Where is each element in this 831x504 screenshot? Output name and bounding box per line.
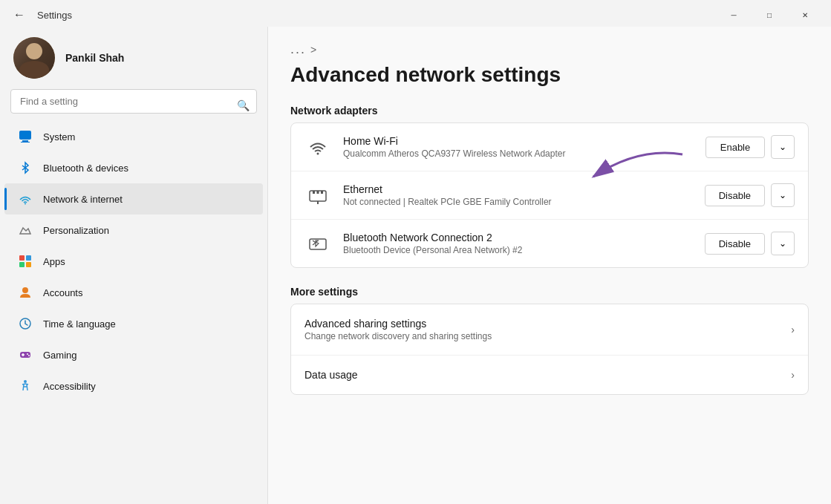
svg-rect-18	[313, 191, 315, 194]
svg-rect-2	[21, 142, 30, 143]
adapter-item-ethernet: Ethernet Not connected | Realtek PCIe GB…	[291, 171, 808, 220]
adapter-item-bluetooth-network: Bluetooth Network Connection 2 Bluetooth…	[291, 220, 808, 267]
svg-point-8	[22, 287, 28, 293]
sidebar-item-network[interactable]: Network & internet	[4, 183, 263, 215]
close-button[interactable]: ✕	[788, 3, 822, 27]
sidebar-item-label-time: Time & language	[43, 318, 116, 330]
svg-rect-19	[317, 191, 319, 194]
wifi-enable-button[interactable]: Enable	[705, 137, 765, 158]
svg-point-13	[27, 353, 28, 355]
more-settings-header: More settings	[290, 286, 809, 298]
sidebar-item-label-personalization: Personalization	[43, 225, 109, 236]
avatar-image	[13, 37, 55, 79]
bluetooth-network-adapter-icon	[304, 230, 331, 257]
title-bar-left: ← Settings	[9, 7, 72, 23]
sidebar-item-label-system: System	[43, 131, 75, 143]
sidebar-item-label-accounts: Accounts	[43, 287, 82, 298]
page-title: Advanced network settings	[290, 63, 809, 87]
back-button[interactable]: ←	[9, 7, 30, 23]
sidebar-item-gaming[interactable]: Gaming	[4, 339, 263, 370]
bluetooth-network-expand-button[interactable]: ⌄	[771, 232, 795, 255]
wifi-adapter-name: Home Wi-Fi	[343, 135, 694, 147]
accounts-icon	[18, 285, 33, 300]
advanced-sharing-info: Advanced sharing settings Change network…	[304, 318, 492, 341]
svg-rect-6	[19, 262, 25, 267]
svg-point-16	[317, 153, 319, 155]
bluetooth-icon	[18, 160, 33, 175]
main-layout: Pankil Shah 🔍 System	[0, 27, 831, 504]
user-profile[interactable]: Pankil Shah	[0, 27, 267, 89]
sidebar-item-time[interactable]: Time & language	[4, 308, 263, 339]
sidebar-item-label-apps: Apps	[43, 256, 65, 267]
network-icon	[18, 192, 33, 206]
app-title: Settings	[37, 10, 72, 21]
sidebar: Pankil Shah 🔍 System	[0, 27, 267, 504]
data-usage-item[interactable]: Data usage ›	[291, 356, 808, 394]
data-usage-chevron: ›	[791, 369, 795, 381]
avatar	[13, 37, 55, 79]
ethernet-adapter-icon	[304, 182, 331, 209]
sidebar-item-label-bluetooth: Bluetooth & devices	[43, 163, 128, 174]
minimize-button[interactable]: ─	[717, 3, 751, 27]
user-name: Pankil Shah	[65, 52, 124, 64]
sidebar-item-accounts[interactable]: Accounts	[4, 277, 263, 308]
bluetooth-network-adapter-info: Bluetooth Network Connection 2 Bluetooth…	[343, 232, 693, 255]
wifi-adapter-actions: Enable ⌄	[705, 135, 795, 159]
breadcrumb-separator: >	[310, 44, 316, 56]
svg-point-15	[24, 380, 27, 383]
system-icon	[18, 129, 33, 144]
wifi-adapter-desc: Qualcomm Atheros QCA9377 Wireless Networ…	[343, 148, 694, 159]
data-usage-info: Data usage	[304, 369, 358, 381]
title-bar: ← Settings ─ □ ✕	[0, 0, 831, 27]
wifi-adapter-icon	[304, 134, 331, 160]
svg-point-14	[28, 355, 30, 356]
gaming-icon	[18, 347, 33, 362]
bluetooth-network-adapter-actions: Disable ⌄	[705, 232, 795, 255]
sidebar-item-bluetooth[interactable]: Bluetooth & devices	[4, 152, 263, 183]
ethernet-adapter-desc: Not connected | Realtek PCIe GBE Family …	[343, 197, 693, 207]
svg-rect-0	[19, 131, 31, 140]
svg-rect-4	[19, 255, 25, 261]
adapter-item-wifi: Home Wi-Fi Qualcomm Atheros QCA9377 Wire…	[291, 123, 808, 171]
advanced-sharing-title: Advanced sharing settings	[304, 318, 492, 330]
sidebar-nav: System Bluetooth & devices	[0, 121, 267, 497]
network-adapters-list: Home Wi-Fi Qualcomm Atheros QCA9377 Wire…	[290, 122, 809, 268]
search-input[interactable]	[10, 89, 257, 114]
wifi-expand-button[interactable]: ⌄	[771, 135, 795, 159]
sidebar-item-label-network: Network & internet	[43, 194, 123, 205]
title-bar-controls: ─ □ ✕	[717, 3, 822, 27]
sidebar-item-personalization[interactable]: Personalization	[4, 215, 263, 246]
advanced-sharing-desc: Change network discovery and sharing set…	[304, 331, 492, 341]
svg-rect-5	[26, 255, 31, 261]
advanced-sharing-item[interactable]: Advanced sharing settings Change network…	[291, 304, 808, 356]
breadcrumb-dots[interactable]: ...	[290, 42, 306, 57]
wifi-adapter-info: Home Wi-Fi Qualcomm Atheros QCA9377 Wire…	[343, 135, 694, 159]
maximize-button[interactable]: □	[752, 3, 786, 27]
bluetooth-network-adapter-desc: Bluetooth Device (Personal Area Network)…	[343, 245, 693, 255]
more-settings-list: Advanced sharing settings Change network…	[290, 304, 809, 395]
ethernet-adapter-actions: Disable ⌄	[705, 183, 795, 207]
advanced-sharing-chevron: ›	[791, 324, 795, 336]
search-icon: 🔍	[237, 99, 250, 111]
ethernet-adapter-info: Ethernet Not connected | Realtek PCIe GB…	[343, 183, 693, 207]
ethernet-disable-button[interactable]: Disable	[705, 185, 765, 206]
breadcrumb: ... >	[290, 42, 809, 57]
svg-rect-1	[22, 140, 28, 142]
ethernet-expand-button[interactable]: ⌄	[771, 183, 795, 207]
apps-icon	[18, 254, 33, 269]
content-area: ... > Advanced network settings Network …	[268, 27, 831, 504]
sidebar-item-system[interactable]: System	[4, 121, 263, 152]
ethernet-adapter-name: Ethernet	[343, 183, 693, 195]
sidebar-item-accessibility[interactable]: Accessibility	[4, 370, 263, 402]
time-icon	[18, 316, 33, 331]
data-usage-title: Data usage	[304, 369, 358, 381]
personalization-icon	[18, 223, 33, 238]
bluetooth-network-disable-button[interactable]: Disable	[705, 233, 765, 255]
sidebar-item-apps[interactable]: Apps	[4, 246, 263, 277]
svg-rect-20	[321, 191, 323, 194]
svg-point-3	[25, 203, 26, 205]
bluetooth-network-adapter-name: Bluetooth Network Connection 2	[343, 232, 693, 243]
sidebar-item-label-accessibility: Accessibility	[43, 381, 96, 392]
svg-rect-7	[26, 262, 31, 267]
sidebar-item-label-gaming: Gaming	[43, 350, 77, 361]
